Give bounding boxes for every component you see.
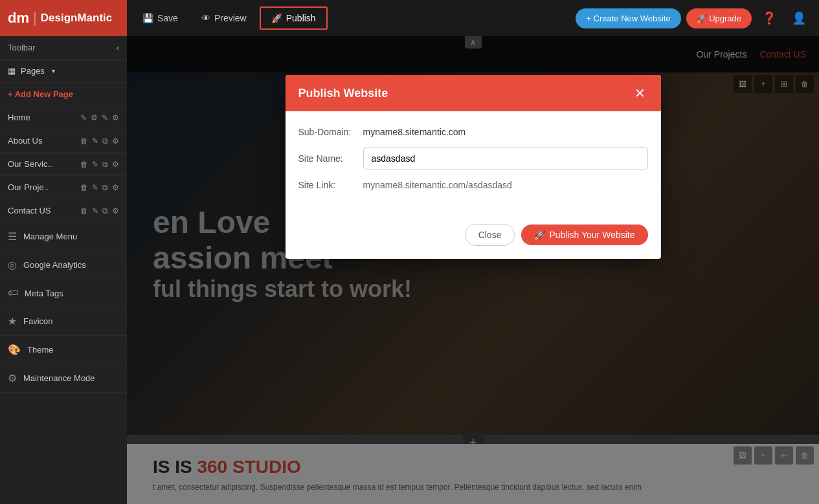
sidebar-page-home-label: Home bbox=[8, 113, 30, 122]
subdomain-row: Sub-Domain: myname8.sitemantic.com bbox=[298, 127, 648, 137]
sitename-row: Site Name: bbox=[298, 148, 648, 170]
add-page-label: + Add New Page bbox=[8, 89, 73, 99]
favicon-item[interactable]: ★ Favicon bbox=[0, 307, 127, 336]
subdomain-label: Sub-Domain: bbox=[298, 127, 363, 137]
publish-icon: 🚀 bbox=[271, 13, 282, 23]
gear-icon[interactable]: ⚙ bbox=[112, 113, 119, 122]
publish-button[interactable]: 🚀 Publish bbox=[260, 6, 328, 30]
google-analytics-label: Google Analytics bbox=[23, 260, 86, 270]
analytics-icon: ◎ bbox=[8, 259, 17, 271]
maintenance-mode-item[interactable]: ⚙ Maintenance Mode bbox=[0, 364, 127, 393]
set3-icon[interactable]: ⚙ bbox=[112, 160, 119, 169]
wrench-icon: ⚙ bbox=[8, 372, 17, 384]
sitelink-value: myname8.sitemantic.com/asdasdasd bbox=[363, 180, 512, 190]
edit-icon[interactable]: ✎ bbox=[80, 113, 87, 122]
publish-website-label: Publish Your Website bbox=[549, 230, 634, 240]
help-button[interactable]: ❓ bbox=[757, 8, 781, 28]
pages-label: Pages bbox=[21, 66, 45, 76]
delete5-icon[interactable]: 🗑 bbox=[80, 206, 88, 215]
sidebar-page-about-label: About Us bbox=[8, 136, 42, 146]
sitename-input[interactable] bbox=[363, 148, 648, 170]
sitelink-label: Site Link: bbox=[298, 180, 363, 190]
dup4-icon[interactable]: ⧉ bbox=[102, 183, 108, 192]
sidebar-header: Toolbar ‹ bbox=[0, 36, 127, 60]
save-button[interactable]: 💾 Save bbox=[132, 8, 188, 28]
edit4-icon[interactable]: ✎ bbox=[92, 183, 98, 192]
menu-icon: ☰ bbox=[8, 230, 17, 243]
theme-item[interactable]: 🎨 Theme bbox=[0, 336, 127, 364]
set4-icon[interactable]: ⚙ bbox=[112, 183, 119, 192]
edit5-icon[interactable]: ✎ bbox=[92, 206, 98, 215]
edit3-icon[interactable]: ✎ bbox=[92, 160, 98, 169]
sidebar-item-projects[interactable]: Our Proje.. 🗑 ✎ ⧉ ⚙ bbox=[0, 176, 127, 199]
nav-buttons: 💾 Save 👁 Preview 🚀 Publish bbox=[127, 6, 333, 30]
maintenance-mode-label: Maintenance Mode bbox=[23, 373, 95, 383]
modal-body: Sub-Domain: myname8.sitemantic.com Site … bbox=[286, 111, 661, 216]
modal-close-secondary-button[interactable]: Close bbox=[465, 224, 515, 246]
duplicate-icon[interactable]: ⧉ bbox=[102, 137, 108, 146]
copy-icon[interactable]: ✎ bbox=[102, 113, 108, 122]
top-nav: dm | DesignMantic 💾 Save 👁 Preview 🚀 Pub… bbox=[0, 0, 819, 36]
set5-icon[interactable]: ⚙ bbox=[112, 206, 119, 215]
delete-icon[interactable]: 🗑 bbox=[80, 137, 88, 146]
edit2-icon[interactable]: ✎ bbox=[92, 137, 98, 146]
manage-menu-label: Manage Menu bbox=[23, 232, 77, 241]
logo-company: DesignMantic bbox=[41, 12, 113, 25]
star-icon: ★ bbox=[8, 315, 17, 327]
favicon-label: Favicon bbox=[23, 316, 53, 326]
logo-divider: | bbox=[33, 10, 37, 27]
sidebar: Toolbar ‹ ▦ Pages ▾ + Add New Page Home … bbox=[0, 36, 127, 504]
chevron-down-icon: ▾ bbox=[52, 67, 55, 74]
subdomain-value: myname8.sitemantic.com bbox=[363, 127, 466, 137]
sidebar-page-contact-label: Contact US bbox=[8, 206, 50, 215]
nav-right: + Create New Website 🚀 Upgrade ❓ 👤 bbox=[568, 8, 819, 28]
create-new-website-button[interactable]: + Create New Website bbox=[576, 8, 680, 28]
preview-icon: 👁 bbox=[201, 13, 210, 23]
settings-icon[interactable]: ⚙ bbox=[91, 113, 98, 122]
pages-dropdown[interactable]: ▦ Pages ▾ bbox=[0, 60, 127, 83]
collapse-icon[interactable]: ‹ bbox=[117, 43, 119, 52]
sidebar-item-services[interactable]: Our Servic.. 🗑 ✎ ⧉ ⚙ bbox=[0, 153, 127, 176]
content-area: Our Projects Contact US en Love assion m… bbox=[127, 36, 819, 504]
logo-dm: dm bbox=[8, 10, 29, 27]
publish-modal: Publish Website ✕ Sub-Domain: myname8.si… bbox=[286, 75, 661, 259]
sidebar-item-contact[interactable]: Contact US 🗑 ✎ ⧉ ⚙ bbox=[0, 199, 127, 223]
modal-footer: Close 🚀 Publish Your Website bbox=[286, 216, 661, 259]
sidebar-item-about[interactable]: About Us 🗑 ✎ ⧉ ⚙ bbox=[0, 129, 127, 153]
manage-menu-item[interactable]: ☰ Manage Menu bbox=[0, 223, 127, 251]
delete4-icon[interactable]: 🗑 bbox=[80, 183, 88, 192]
pages-icon: ▦ bbox=[8, 66, 16, 76]
save-icon: 💾 bbox=[142, 13, 153, 23]
modal-header: Publish Website ✕ bbox=[286, 75, 661, 111]
sidebar-page-projects-label: Our Proje.. bbox=[8, 182, 49, 192]
sitename-label: Site Name: bbox=[298, 153, 363, 164]
logo-area: dm | DesignMantic bbox=[0, 0, 127, 36]
meta-tags-item[interactable]: 🏷 Meta Tags bbox=[0, 279, 127, 307]
modal-overlay: Publish Website ✕ Sub-Domain: myname8.si… bbox=[127, 36, 819, 504]
preview-button[interactable]: 👁 Preview bbox=[191, 8, 257, 28]
theme-label: Theme bbox=[27, 345, 53, 355]
publish-website-icon: 🚀 bbox=[534, 230, 545, 240]
sidebar-item-home[interactable]: Home ✎ ⚙ ✎ ⚙ bbox=[0, 106, 127, 129]
upgrade-button[interactable]: 🚀 Upgrade bbox=[686, 8, 752, 28]
google-analytics-item[interactable]: ◎ Google Analytics bbox=[0, 251, 127, 279]
meta-tags-label: Meta Tags bbox=[25, 289, 63, 298]
palette-icon: 🎨 bbox=[8, 344, 21, 356]
main-layout: Toolbar ‹ ▦ Pages ▾ + Add New Page Home … bbox=[0, 36, 819, 504]
dup5-icon[interactable]: ⧉ bbox=[102, 206, 108, 215]
modal-close-button[interactable]: ✕ bbox=[632, 85, 648, 101]
sitelink-row: Site Link: myname8.sitemantic.com/asdasd… bbox=[298, 180, 648, 190]
toolbar-label: Toolbar bbox=[8, 43, 36, 52]
add-new-page-button[interactable]: + Add New Page bbox=[0, 83, 127, 106]
tag-icon: 🏷 bbox=[8, 287, 18, 299]
publish-website-button[interactable]: 🚀 Publish Your Website bbox=[521, 225, 647, 245]
dup3-icon[interactable]: ⧉ bbox=[102, 160, 108, 169]
modal-title: Publish Website bbox=[298, 87, 388, 100]
user-button[interactable]: 👤 bbox=[787, 8, 811, 28]
sidebar-page-services-label: Our Servic.. bbox=[8, 159, 52, 169]
settings2-icon[interactable]: ⚙ bbox=[112, 137, 119, 146]
delete3-icon[interactable]: 🗑 bbox=[80, 160, 88, 169]
